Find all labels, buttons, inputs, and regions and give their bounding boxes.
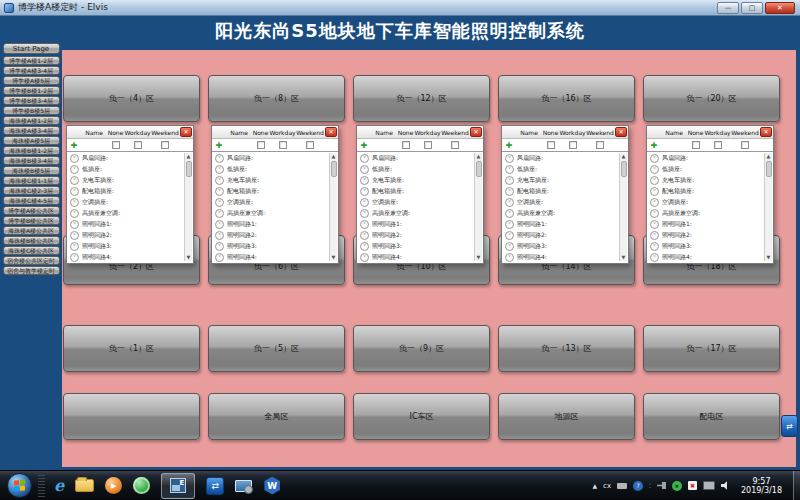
schedule-row[interactable]: ˅照明回路3: — [212, 241, 328, 252]
scroll-up-icon[interactable]: ▲ — [620, 153, 627, 160]
schedule-row[interactable]: ˅照明回路2: — [647, 230, 763, 241]
scroll-up-icon[interactable]: ▲ — [475, 153, 482, 160]
add-icon[interactable]: ✚ — [357, 141, 371, 150]
teamviewer-icon[interactable]: ⇄ — [206, 477, 224, 495]
zone-button-bottom[interactable]: 全局区 — [208, 393, 345, 440]
file-explorer-icon[interactable] — [75, 479, 94, 492]
sidebar-item-20[interactable]: 海珠楼C楼公共区 — [3, 246, 60, 255]
checkbox-none[interactable] — [112, 141, 120, 149]
schedule-row[interactable]: ˅照明回路3: — [647, 241, 763, 252]
zone-button-top[interactable]: 负一（8）区 — [208, 75, 345, 122]
zone-button-top[interactable]: 负一（12）区 — [353, 75, 490, 122]
sidebar-item-13[interactable]: 海珠楼C楼1-1层 — [3, 176, 60, 185]
zone-button-bottom[interactable]: IC车区 — [353, 393, 490, 440]
teamviewer-float-widget[interactable]: ⇄ — [781, 415, 798, 437]
table-scrollbar[interactable]: ▲ ▼ — [764, 153, 772, 261]
sidebar-item-16[interactable]: 博学楼A楼公共区 — [3, 206, 60, 215]
sidebar-item-8[interactable]: 海珠楼A楼3-4层 — [3, 126, 60, 135]
checkbox-workday[interactable] — [279, 141, 287, 149]
schedule-row[interactable]: ˅低插座: — [647, 164, 763, 175]
schedule-row[interactable]: ˅照明回路4: — [357, 252, 473, 262]
zone-button-middle[interactable]: 负一（9）区 — [353, 325, 490, 372]
schedule-row[interactable]: ˅充电车插座: — [67, 175, 183, 186]
table-scrollbar[interactable]: ▲ ▼ — [184, 153, 192, 261]
sidebar-item-22[interactable]: 宿舍与教学楼定时 — [3, 266, 60, 275]
maximize-button[interactable]: ▢ — [741, 2, 763, 14]
schedule-row[interactable]: ˅充电车插座: — [502, 175, 618, 186]
schedule-row[interactable]: ˅高插座兼空调: — [67, 208, 183, 219]
sidebar-item-18[interactable]: 海珠楼A楼公共区 — [3, 226, 60, 235]
schedule-row[interactable]: ˅空调插座: — [502, 197, 618, 208]
zone-button-top[interactable]: 负一（4）区 — [63, 75, 200, 122]
tray-hidden-icons-chevron[interactable]: ▲ — [592, 482, 597, 489]
start-button[interactable] — [7, 473, 32, 498]
schedule-row[interactable]: ˅风扇回路: — [357, 153, 473, 164]
schedule-row[interactable]: ˅高插座兼空调: — [647, 208, 763, 219]
checkbox-weekend[interactable] — [161, 141, 169, 149]
zone-button-middle[interactable]: 负一（17）区 — [643, 325, 780, 372]
schedule-row[interactable]: ˅配电箱插座: — [502, 186, 618, 197]
media-player-icon[interactable]: ▶ — [105, 477, 122, 494]
close-button[interactable]: ✕ — [765, 2, 795, 14]
checkbox-workday[interactable] — [714, 141, 722, 149]
schedule-row[interactable]: ˅照明回路1: — [502, 219, 618, 230]
checkbox-none[interactable] — [692, 141, 700, 149]
sidebar-item-15[interactable]: 海珠楼C楼4-5层 — [3, 196, 60, 205]
schedule-row[interactable]: ˅照明回路3: — [357, 241, 473, 252]
scroll-thumb[interactable] — [331, 161, 337, 177]
scroll-down-icon[interactable]: ▼ — [185, 254, 192, 261]
schedule-row[interactable]: ˅空调插座: — [647, 197, 763, 208]
schedule-row[interactable]: ˅照明回路2: — [67, 230, 183, 241]
schedule-row[interactable]: ˅照明回路3: — [67, 241, 183, 252]
scroll-down-icon[interactable]: ▼ — [330, 254, 337, 261]
schedule-row[interactable]: ˅充电车插座: — [647, 175, 763, 186]
schedule-row[interactable]: ˅充电车插座: — [212, 175, 328, 186]
scroll-up-icon[interactable]: ▲ — [185, 153, 192, 160]
checkbox-workday[interactable] — [424, 141, 432, 149]
green-browser-icon[interactable] — [133, 477, 150, 494]
scroll-thumb[interactable] — [621, 161, 627, 177]
schedule-row[interactable]: ˅照明回路1: — [67, 219, 183, 230]
add-icon[interactable]: ✚ — [67, 141, 81, 150]
tray-cx-icon[interactable]: cx — [603, 482, 611, 490]
zone-button-bottom[interactable]: 地源区 — [498, 393, 635, 440]
panel-close-icon[interactable]: ✕ — [470, 127, 482, 137]
schedule-row[interactable]: ˅照明回路2: — [502, 230, 618, 241]
table-scrollbar[interactable]: ▲ ▼ — [619, 153, 627, 261]
schedule-row[interactable]: ˅照明回路1: — [357, 219, 473, 230]
sidebar-item-17[interactable]: 博学楼B楼公共区 — [3, 216, 60, 225]
schedule-row[interactable]: ˅充电车插座: — [357, 175, 473, 186]
tray-volume-icon[interactable] — [721, 481, 731, 491]
scroll-down-icon[interactable]: ▼ — [475, 254, 482, 261]
scroll-thumb[interactable] — [766, 161, 772, 177]
schedule-row[interactable]: ˅照明回路4: — [67, 252, 183, 262]
scroll-up-icon[interactable]: ▲ — [330, 153, 337, 160]
sidebar-item-7[interactable]: 海珠楼A楼1-2层 — [3, 116, 60, 125]
schedule-row[interactable]: ˅配电箱插座: — [212, 186, 328, 197]
schedule-row[interactable]: ˅低插座: — [212, 164, 328, 175]
schedule-row[interactable]: ˅照明回路4: — [502, 252, 618, 262]
panel-close-icon[interactable]: ✕ — [180, 127, 192, 137]
tray-power-icon[interactable] — [657, 482, 666, 489]
checkbox-workday[interactable] — [134, 141, 142, 149]
scroll-thumb[interactable] — [186, 161, 192, 177]
checkbox-none[interactable] — [257, 141, 265, 149]
schedule-row[interactable]: ˅配电箱插座: — [647, 186, 763, 197]
sidebar-item-1[interactable]: 博学楼A楼1-2层 — [3, 56, 60, 65]
schedule-row[interactable]: ˅低插座: — [357, 164, 473, 175]
schedule-row[interactable]: ˅高插座兼空调: — [357, 208, 473, 219]
wps-office-icon[interactable]: W — [263, 477, 281, 495]
zone-button-middle[interactable]: 负一（5）区 — [208, 325, 345, 372]
checkbox-weekend[interactable] — [741, 141, 749, 149]
schedule-row[interactable]: ˅照明回路1: — [647, 219, 763, 230]
sidebar-item-11[interactable]: 海珠楼B楼3-4层 — [3, 156, 60, 165]
panel-close-icon[interactable]: ✕ — [615, 127, 627, 137]
remote-desktop-icon[interactable] — [235, 480, 252, 492]
schedule-row[interactable]: ˅低插座: — [67, 164, 183, 175]
schedule-row[interactable]: ˅照明回路4: — [212, 252, 328, 262]
sidebar-item-19[interactable]: 海珠楼B楼公共区 — [3, 236, 60, 245]
schedule-row[interactable]: ˅空调插座: — [67, 197, 183, 208]
add-icon[interactable]: ✚ — [647, 141, 661, 150]
schedule-row[interactable]: ˅照明回路2: — [357, 230, 473, 241]
zone-button-top[interactable]: 负一（20）区 — [643, 75, 780, 122]
